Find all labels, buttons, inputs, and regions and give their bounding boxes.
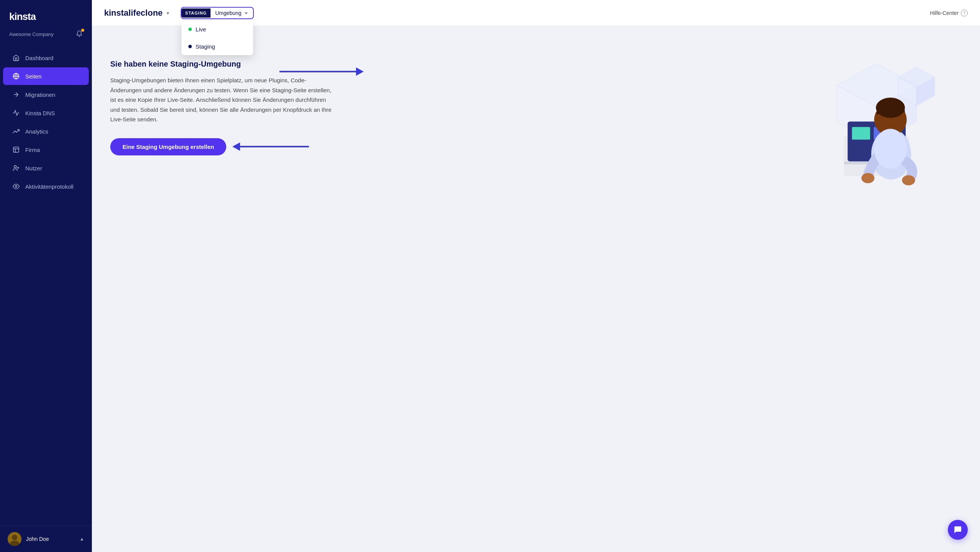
- person-illustration: [804, 49, 949, 187]
- sidebar-item-dashboard-label: Dashboard: [25, 55, 53, 61]
- sidebar-item-seiten[interactable]: Seiten: [3, 67, 89, 85]
- sidebar: kinsta Awesome Company Dashboard Seiten: [0, 0, 92, 552]
- dns-icon: [12, 109, 20, 117]
- arrow-to-button: [232, 142, 309, 151]
- sidebar-item-aktivitaet-label: Aktivitätenprotokoll: [25, 183, 74, 190]
- sidebar-item-migrationen-label: Migrationen: [25, 91, 55, 98]
- sidebar-item-aktivitaetsprotokoll[interactable]: Aktivitätenprotokoll: [3, 178, 89, 195]
- env-dropdown: Live Staging: [181, 21, 253, 55]
- arrow-line-1: [279, 71, 356, 72]
- dropdown-item-staging[interactable]: Staging: [181, 38, 253, 55]
- sidebar-nav: Dashboard Seiten Migrationen Kinsta DNS: [0, 46, 92, 526]
- svg-point-24: [861, 173, 874, 183]
- site-title: kinstalifeclone: [104, 8, 163, 18]
- dropdown-item-live[interactable]: Live: [181, 21, 253, 38]
- sidebar-company: Awesome Company: [0, 29, 92, 46]
- env-label: Umgebung: [211, 8, 253, 18]
- sidebar-item-nutzer[interactable]: Nutzer: [3, 159, 89, 177]
- logo-text: kinsta: [9, 11, 36, 23]
- dropdown-staging-label: Staging: [196, 43, 215, 50]
- help-circle-icon: ?: [961, 10, 968, 16]
- live-dot-icon: [188, 28, 192, 31]
- svg-point-23: [902, 175, 915, 186]
- sidebar-item-migrationen[interactable]: Migrationen: [3, 86, 89, 103]
- dropdown-live-label: Live: [196, 26, 206, 33]
- create-staging-button[interactable]: Eine Staging Umgebung erstellen: [110, 138, 226, 155]
- top-bar-left: kinstalifeclone ▾ STAGING Umgebung Live: [104, 7, 254, 19]
- sidebar-item-dashboard[interactable]: Dashboard: [3, 49, 89, 67]
- home-icon: [12, 54, 20, 62]
- top-bar: kinstalifeclone ▾ STAGING Umgebung Live: [92, 0, 980, 26]
- chat-icon: [953, 525, 962, 534]
- svg-rect-3: [13, 147, 19, 152]
- svg-point-9: [12, 535, 17, 540]
- user-name: John Doe: [26, 536, 75, 542]
- svg-point-28: [874, 129, 906, 168]
- staging-dot-icon: [188, 45, 192, 48]
- env-selector[interactable]: STAGING Umgebung Live Staging: [181, 7, 254, 19]
- sidebar-item-analytics[interactable]: Analytics: [3, 122, 89, 140]
- chevron-up-icon: ▲: [80, 536, 84, 542]
- sidebar-item-kinsta-dns[interactable]: Kinsta DNS: [3, 104, 89, 122]
- eye-icon: [12, 183, 20, 190]
- sidebar-item-firma[interactable]: Firma: [3, 141, 89, 158]
- sidebar-item-dns-label: Kinsta DNS: [25, 110, 55, 116]
- company-name: Awesome Company: [9, 31, 54, 37]
- arrow-head-1: [356, 67, 364, 76]
- user-plus-icon: [12, 164, 20, 172]
- arrow-head-2: [232, 142, 240, 151]
- arrow-to-dropdown: [279, 67, 364, 76]
- main-content: kinstalifeclone ▾ STAGING Umgebung Live: [92, 0, 980, 552]
- sidebar-item-firma-label: Firma: [25, 147, 40, 153]
- globe-icon: [12, 72, 20, 80]
- notification-bell-icon[interactable]: [76, 30, 83, 38]
- sidebar-logo-area: kinsta: [0, 0, 92, 29]
- sidebar-item-nutzer-label: Nutzer: [25, 165, 42, 171]
- migration-icon: [12, 91, 20, 98]
- analytics-icon: [12, 127, 20, 135]
- help-center[interactable]: Hilfe-Center ?: [930, 10, 968, 16]
- chat-fab-button[interactable]: [948, 520, 968, 540]
- avatar: [8, 532, 21, 546]
- svg-point-7: [15, 186, 17, 188]
- env-badge: STAGING: [181, 8, 211, 18]
- sidebar-footer[interactable]: John Doe ▲: [0, 526, 92, 552]
- notification-badge: [81, 29, 84, 32]
- building-icon: [12, 146, 20, 154]
- sidebar-item-analytics-label: Analytics: [25, 128, 48, 135]
- svg-rect-19: [852, 127, 870, 140]
- illustration-area: [804, 49, 949, 187]
- site-chevron-icon[interactable]: ▾: [167, 10, 169, 16]
- help-center-label: Hilfe-Center: [930, 10, 959, 16]
- arrow-line-2: [240, 146, 309, 147]
- sidebar-item-seiten-label: Seiten: [25, 73, 42, 80]
- no-staging-description: Staging-Umgebungen bieten Ihnen einen Sp…: [110, 75, 332, 124]
- page-content: Sie haben keine Staging-Umgebung Staging…: [92, 26, 980, 552]
- svg-point-4: [14, 165, 16, 168]
